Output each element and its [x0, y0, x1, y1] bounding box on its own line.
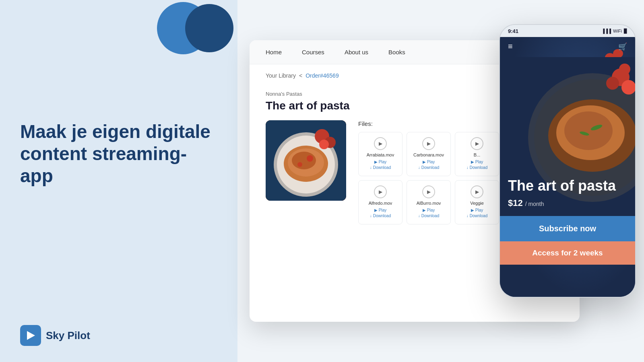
- skypilot-logo-icon: [20, 325, 41, 346]
- play-circle-icon-3: ▶: [471, 137, 483, 150]
- chevron-icon: <: [299, 72, 302, 79]
- file-item-veggie: ▶ Veggie ▶ Play ↓ Download: [455, 180, 499, 224]
- svg-point-11: [319, 140, 329, 149]
- left-panel: Maak je eigen digitale content streaming…: [0, 0, 237, 362]
- signal-icon: ▐▐▐: [602, 29, 611, 33]
- wifi-icon: WiFi: [613, 29, 622, 33]
- nav-home[interactable]: Home: [266, 49, 282, 56]
- download-action-4[interactable]: ↓ Download: [362, 214, 399, 218]
- phone-header: ≡ 🛒: [500, 37, 635, 56]
- file-name-6: Veggie: [458, 201, 495, 206]
- play-action-4[interactable]: ▶ Play: [362, 208, 399, 212]
- download-action-3[interactable]: ↓ Download: [458, 165, 495, 170]
- phone-status-bar: 9:41 ▐▐▐ WiFi ▉: [500, 25, 635, 37]
- phone-time: 9:41: [508, 28, 518, 34]
- download-action-2[interactable]: ↓ Download: [410, 165, 447, 170]
- play-action-5[interactable]: ▶ Play: [410, 208, 447, 212]
- subscribe-button[interactable]: Subscribe now: [500, 216, 635, 241]
- price-month: / month: [525, 201, 544, 207]
- hero-text: Maak je eigen digitale content streaming…: [20, 121, 217, 187]
- phone-content: ≡ 🛒: [500, 37, 635, 297]
- pasta-svg: [266, 120, 346, 201]
- cart-icon[interactable]: 🛒: [618, 42, 627, 51]
- phone-hero-title: The art of pasta: [508, 177, 627, 194]
- play-circle-icon-6: ▶: [471, 185, 483, 198]
- download-action-1[interactable]: ↓ Download: [362, 165, 399, 170]
- nav-books[interactable]: Books: [388, 49, 405, 56]
- file-name-1: Arrabiata.mov: [362, 152, 399, 157]
- play-arrow-icon: [25, 329, 37, 341]
- nav-about[interactable]: About us: [345, 49, 368, 56]
- download-action-6[interactable]: ↓ Download: [458, 214, 495, 218]
- play-circle-icon-2: ▶: [422, 137, 435, 150]
- file-name-3: B...: [458, 152, 495, 157]
- play-circle-icon-1: ▶: [374, 137, 387, 150]
- play-action-3[interactable]: ▶ Play: [458, 160, 495, 164]
- nav-courses[interactable]: Courses: [302, 49, 324, 56]
- hamburger-icon[interactable]: ≡: [508, 42, 513, 51]
- svg-point-17: [564, 111, 613, 150]
- product-image: [266, 120, 346, 201]
- file-name-5: AlBurro.mov: [410, 201, 447, 206]
- decorative-circles: [165, 0, 237, 64]
- play-action-2[interactable]: ▶ Play: [410, 160, 447, 164]
- hero-title: Maak je eigen digitale content streaming…: [20, 121, 217, 187]
- file-item-3: ▶ B... ▶ Play ↓ Download: [455, 132, 499, 176]
- svg-marker-0: [27, 331, 35, 340]
- access-button[interactable]: Access for 2 weeks: [500, 241, 635, 265]
- phone-status-icons: ▐▐▐ WiFi ▉: [602, 29, 627, 34]
- play-circle-icon-5: ▶: [422, 185, 435, 198]
- svg-point-20: [606, 77, 619, 90]
- svg-point-7: [307, 155, 313, 162]
- breadcrumb-order[interactable]: Order#46569: [305, 72, 339, 79]
- phone-price: $12 / month: [508, 198, 627, 208]
- file-name-4: Alfredo.mov: [362, 201, 399, 206]
- logo-section: Sky Pilot: [20, 325, 217, 346]
- file-item-alburro: ▶ AlBurro.mov ▶ Play ↓ Download: [407, 180, 451, 224]
- circle-dark: [185, 4, 233, 52]
- file-item-carbonara: ▶ Carbonara.mov ▶ Play ↓ Download: [407, 132, 451, 176]
- play-action-6[interactable]: ▶ Play: [458, 208, 495, 212]
- logo-text: Sky Pilot: [46, 329, 90, 342]
- right-panel: Home Courses About us Books Your Library…: [237, 0, 644, 362]
- file-item-arrabiata: ▶ Arrabiata.mov ▶ Play ↓ Download: [358, 132, 402, 176]
- play-circle-icon-4: ▶: [374, 185, 387, 198]
- file-name-2: Carbonara.mov: [410, 152, 447, 157]
- download-action-5[interactable]: ↓ Download: [410, 214, 447, 218]
- phone-text-content: The art of pasta $12 / month: [508, 177, 627, 208]
- battery-icon: ▉: [624, 29, 627, 34]
- file-item-alfredo: ▶ Alfredo.mov ▶ Play ↓ Download: [358, 180, 402, 224]
- svg-point-8: [297, 162, 302, 167]
- play-action-1[interactable]: ▶ Play: [362, 160, 399, 164]
- svg-point-21: [619, 64, 630, 75]
- price-amount: $12: [508, 198, 523, 208]
- pasta-visual: [266, 120, 346, 201]
- phone-cta-buttons: Subscribe now Access for 2 weeks: [500, 216, 635, 265]
- phone-mockup: 9:41 ▐▐▐ WiFi ▉ ≡ 🛒: [499, 24, 636, 298]
- breadcrumb-library[interactable]: Your Library: [266, 72, 296, 79]
